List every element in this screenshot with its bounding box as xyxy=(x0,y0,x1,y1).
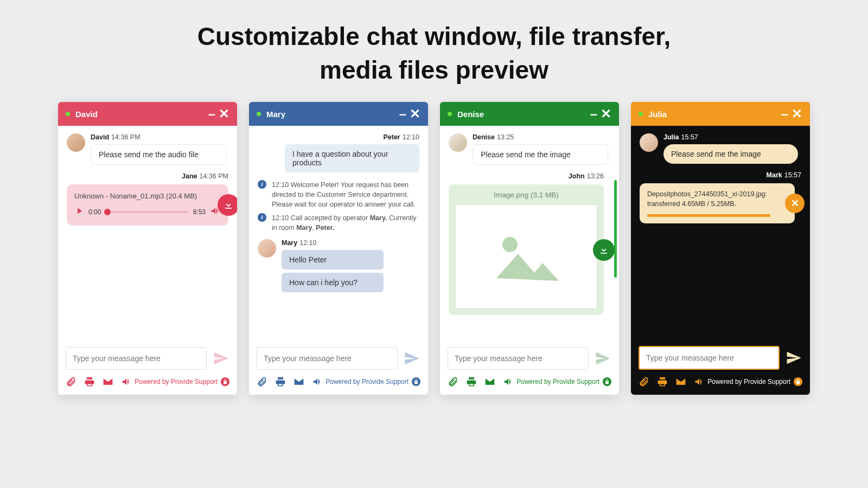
message-meta: Julia15:57 xyxy=(663,133,801,141)
audio-duration: 8:53 xyxy=(193,208,206,216)
avatar xyxy=(640,133,658,152)
page-title: Customizable chat window, file transfer,… xyxy=(0,0,868,87)
print-icon[interactable] xyxy=(657,376,668,387)
footer-icons xyxy=(448,376,514,387)
chat-window-denise: Denise – ✕ Denise13:25 Please send me th… xyxy=(440,102,619,395)
sound-icon[interactable] xyxy=(312,376,323,387)
powered-by[interactable]: Powered by Provide Support xyxy=(516,377,611,386)
message-bubble: Please send me the image xyxy=(663,144,798,164)
attach-icon[interactable] xyxy=(639,376,649,387)
message-input[interactable]: Type your meassage here xyxy=(257,347,398,370)
message-bubble: Please send me the audio file xyxy=(91,144,226,165)
powered-by[interactable]: Powered by Provide Support xyxy=(707,377,802,386)
footer-icons xyxy=(66,376,132,387)
minimize-button[interactable]: – xyxy=(399,107,406,120)
upload-progress: Depositphotos_274450351_xl-2019.jpg:tran… xyxy=(640,183,795,223)
image-placeholder xyxy=(455,204,597,309)
message-area: David14:36 PM Please send me the audio f… xyxy=(58,126,237,342)
mail-icon[interactable] xyxy=(484,376,495,387)
footer-icons xyxy=(257,376,323,387)
message-bubble: I have a question about your products xyxy=(285,144,419,172)
window-footer: Type your meassage here Powered by Provi… xyxy=(249,342,428,395)
audio-filename: Unknown - Noname_01.mp3 (20.4 MB) xyxy=(74,192,221,200)
window-title: Denise xyxy=(457,110,484,119)
chat-window-julia: Julia – ✕ Julia15:57 Please send me the … xyxy=(631,102,810,395)
footer-icons xyxy=(639,376,705,387)
send-button[interactable] xyxy=(785,349,802,367)
print-icon[interactable] xyxy=(84,376,95,387)
powered-by[interactable]: Powered by Provide Support xyxy=(135,377,229,386)
audio-attachment: Unknown - Noname_01.mp3 (20.4 MB) 0:00 8… xyxy=(67,184,228,226)
chat-window-david: David – ✕ David14:36 PM Please send me t… xyxy=(58,102,237,395)
presence-dot xyxy=(66,112,70,116)
image-icon xyxy=(491,229,561,284)
minimize-button[interactable]: – xyxy=(781,107,788,120)
message-meta: Jane14:36 PM xyxy=(67,172,228,180)
window-header: Denise – ✕ xyxy=(440,102,619,126)
message-input[interactable]: Type your meassage here xyxy=(66,347,207,370)
print-icon[interactable] xyxy=(275,376,286,387)
sound-icon[interactable] xyxy=(121,376,132,387)
cancel-upload-button[interactable]: ✕ xyxy=(785,194,805,213)
image-attachment: Image.png (3,1 MB) xyxy=(449,184,604,315)
close-button[interactable]: ✕ xyxy=(410,107,420,120)
window-footer: Type your meassage here Powered by Provi… xyxy=(58,342,237,395)
minimize-button[interactable]: – xyxy=(590,107,597,120)
info-icon: i xyxy=(258,213,266,222)
progress-bar xyxy=(647,214,770,217)
message-meta: Denise13:25 xyxy=(473,133,610,141)
mail-icon[interactable] xyxy=(293,376,304,387)
mail-icon[interactable] xyxy=(103,376,113,387)
info-icon: i xyxy=(258,180,266,189)
presence-dot xyxy=(639,112,643,116)
svg-point-0 xyxy=(502,237,518,252)
message-bubble: Please send me the image xyxy=(473,144,608,165)
message-bubble: How can i help you? xyxy=(282,273,384,292)
send-button[interactable] xyxy=(594,350,611,367)
lock-icon xyxy=(412,377,420,386)
mail-icon[interactable] xyxy=(675,376,686,387)
upload-filename: Depositphotos_274450351_xl-2019.jpg:tran… xyxy=(647,190,787,209)
attach-icon[interactable] xyxy=(66,376,76,387)
print-icon[interactable] xyxy=(466,376,477,387)
message-area: Peter12:10 I have a question about your … xyxy=(249,126,428,342)
send-button[interactable] xyxy=(212,350,229,367)
download-button[interactable] xyxy=(218,194,237,216)
system-message: i 12:10 Welcome Peter! Your request has … xyxy=(258,180,419,209)
message-input[interactable]: Type your meassage here xyxy=(448,347,589,370)
lock-icon xyxy=(221,377,229,386)
message-area: Denise13:25 Please send me the image Joh… xyxy=(440,126,619,342)
message-meta: Mark15:57 xyxy=(640,171,801,179)
window-header: Julia – ✕ xyxy=(631,102,810,126)
minimize-button[interactable]: – xyxy=(208,107,215,120)
attach-icon[interactable] xyxy=(257,376,267,387)
window-footer: Type your meassage here Powered by Provi… xyxy=(440,342,619,395)
close-button[interactable]: ✕ xyxy=(601,107,611,120)
avatar xyxy=(449,133,467,152)
presence-dot xyxy=(448,112,452,116)
audio-current-time: 0:00 xyxy=(88,208,101,216)
powered-by[interactable]: Powered by Provide Support xyxy=(326,377,420,386)
attach-icon[interactable] xyxy=(448,376,458,387)
close-button[interactable]: ✕ xyxy=(219,107,229,120)
avatar xyxy=(67,133,85,152)
audio-seek-bar[interactable] xyxy=(105,211,188,213)
close-button[interactable]: ✕ xyxy=(792,107,802,120)
chat-window-mary: Mary – ✕ Peter12:10 I have a question ab… xyxy=(249,102,428,395)
message-input[interactable]: Type your meassage here xyxy=(639,346,780,370)
message-meta: David14:36 PM xyxy=(91,133,228,141)
play-icon[interactable] xyxy=(74,206,84,217)
download-button[interactable] xyxy=(593,239,615,261)
send-button[interactable] xyxy=(403,350,420,367)
sound-icon[interactable] xyxy=(694,376,705,387)
title-line-2: media files preview xyxy=(0,53,868,87)
message-meta: Mary12:10 xyxy=(282,239,419,247)
message-bubble: Hello Peter xyxy=(282,250,384,269)
sound-icon[interactable] xyxy=(503,376,514,387)
lock-icon xyxy=(794,377,802,386)
message-area: Julia15:57 Please send me the image Mark… xyxy=(631,126,810,341)
lock-icon xyxy=(603,377,611,386)
avatar xyxy=(258,239,276,258)
window-title: Julia xyxy=(648,110,667,119)
scrollbar[interactable] xyxy=(614,180,617,278)
